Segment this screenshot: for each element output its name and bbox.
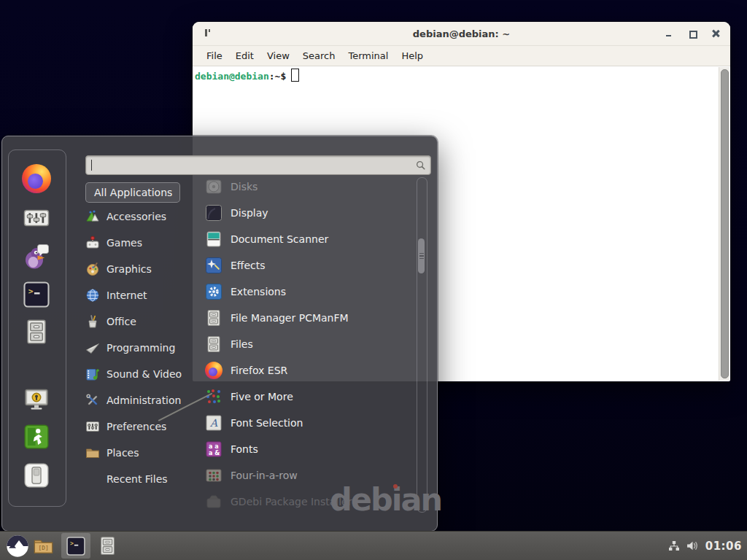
- category-internet[interactable]: Internet: [85, 282, 206, 308]
- app-label: Font Selection: [231, 417, 303, 429]
- search-box[interactable]: [85, 155, 431, 175]
- app-item-display[interactable]: Display: [205, 200, 414, 226]
- terminal-titlebar[interactable]: debian@debian: ~: [193, 22, 730, 46]
- app-item-document-scanner[interactable]: Document Scanner: [205, 226, 414, 252]
- search-input[interactable]: [86, 156, 415, 174]
- preferences-icon: [85, 419, 100, 434]
- prompt-user-host: debian@debian: [195, 71, 269, 82]
- taskbar-launcher-terminal[interactable]: >: [61, 533, 90, 559]
- shutdown-icon: [23, 462, 50, 489]
- window-title: debian@debian: ~: [413, 28, 510, 39]
- text-caret: [91, 160, 92, 171]
- category-recent-files[interactable]: Recent Files: [85, 466, 206, 492]
- favorite-files[interactable]: [22, 317, 51, 346]
- document-scanner-icon: [205, 230, 222, 248]
- app-label: Five or More: [231, 391, 293, 402]
- favorite-logout[interactable]: [22, 422, 51, 451]
- terminal-scrollbar-thumb[interactable]: [721, 69, 729, 378]
- five-or-more-icon: [205, 388, 222, 405]
- menubar-item-search[interactable]: Search: [296, 50, 342, 61]
- fonts-icon: a aa &: [205, 440, 222, 458]
- lock-screen-icon: [23, 386, 50, 413]
- taskbar-launcher-menu[interactable]: [6, 532, 29, 560]
- menu-scrollbar-thumb[interactable]: [418, 238, 425, 273]
- gdebi-icon: [205, 493, 222, 510]
- app-item-effects[interactable]: Effects: [205, 252, 414, 279]
- app-label: Fonts: [231, 443, 258, 455]
- app-menu: > All Applications AccessoriesGamesGraph…: [1, 136, 438, 532]
- font-selection-icon: A: [205, 414, 222, 432]
- svg-text:a &: a &: [209, 450, 220, 456]
- app-label: Disks: [231, 181, 258, 192]
- app-item-disks[interactable]: Disks: [205, 174, 414, 200]
- taskbar-launcher-file-manager[interactable]: [D]: [31, 532, 55, 560]
- favorite-shutdown[interactable]: [22, 461, 51, 490]
- volume-icon[interactable]: [686, 540, 699, 552]
- favorite-lock-screen[interactable]: [22, 385, 51, 414]
- file-manager-icon: [205, 309, 222, 327]
- category-label: Sound & Video: [107, 368, 182, 380]
- category-label: Recent Files: [107, 473, 168, 485]
- app-label: Extensions: [231, 286, 286, 298]
- menubar-item-view[interactable]: View: [260, 50, 296, 61]
- accessories-icon: [85, 209, 100, 224]
- extensions-icon: [205, 283, 222, 300]
- favorite-terminal[interactable]: >: [22, 280, 51, 309]
- category-list: AccessoriesGamesGraphicsInternetOfficePr…: [85, 203, 206, 492]
- category-all-applications[interactable]: All Applications: [85, 182, 180, 203]
- watermark-dot: [393, 484, 398, 489]
- category-label: Places: [107, 447, 139, 459]
- taskbar-launcher-files[interactable]: [95, 532, 120, 560]
- clock[interactable]: 01:06: [705, 540, 742, 553]
- network-icon[interactable]: [668, 540, 680, 552]
- category-preferences[interactable]: Preferences: [85, 413, 206, 440]
- desktop-watermark: debian: [330, 481, 441, 518]
- svg-text:A: A: [209, 417, 218, 429]
- category-graphics[interactable]: Graphics: [85, 256, 206, 282]
- terminal-scrollbar[interactable]: [719, 67, 729, 381]
- menubar-item-terminal[interactable]: Terminal: [341, 50, 395, 61]
- app-item-files[interactable]: Files: [205, 331, 414, 357]
- favorites-sidebar: >: [8, 149, 66, 507]
- app-label: Files: [231, 338, 253, 350]
- category-label: Administration: [107, 394, 181, 406]
- app-label: Effects: [231, 260, 266, 271]
- search-icon: [415, 160, 426, 171]
- application-list: DisksDisplayDocument ScannerEffectsExten…: [205, 174, 414, 515]
- sound-video-icon: [85, 367, 100, 381]
- graphics-icon: [85, 262, 100, 276]
- terminal-icon: >: [66, 537, 85, 556]
- settings-mixer-icon: [23, 205, 50, 231]
- menubar-item-edit[interactable]: Edit: [229, 50, 260, 61]
- app-item-firefox-esr[interactable]: Firefox ESR: [205, 357, 414, 384]
- app-item-fonts[interactable]: a aa &Fonts: [205, 436, 414, 462]
- menubar-item-file[interactable]: File: [200, 50, 229, 61]
- category-label: Programming: [107, 342, 175, 354]
- four-in-a-row-icon: [205, 467, 222, 484]
- category-games[interactable]: Games: [85, 230, 206, 256]
- favorite-settings[interactable]: [22, 203, 51, 233]
- menu-scrollbar[interactable]: [417, 177, 427, 513]
- favorite-firefox[interactable]: [22, 164, 51, 193]
- category-places[interactable]: Places: [85, 440, 206, 466]
- category-office[interactable]: Office: [85, 308, 206, 335]
- maximize-button[interactable]: [688, 29, 697, 38]
- close-button[interactable]: [711, 29, 720, 38]
- category-accessories[interactable]: Accessories: [85, 203, 206, 230]
- app-item-font-selection[interactable]: AFont Selection: [205, 410, 414, 436]
- category-sound-video[interactable]: Sound & Video: [85, 361, 206, 387]
- menu-logo-icon: [6, 534, 29, 558]
- file-manager-folder-icon: [D]: [33, 535, 54, 556]
- minimize-button[interactable]: [665, 29, 673, 38]
- app-item-file-manager-pcmanfm[interactable]: File Manager PCManFM: [205, 305, 414, 331]
- menubar-item-help[interactable]: Help: [395, 50, 430, 61]
- app-label: Firefox ESR: [231, 365, 287, 376]
- app-item-five-or-more[interactable]: Five or More: [205, 384, 414, 410]
- category-programming[interactable]: Programming: [85, 335, 206, 361]
- terminal-icon: >: [23, 281, 50, 308]
- app-item-extensions[interactable]: Extensions: [205, 279, 414, 305]
- category-label: Games: [107, 237, 142, 249]
- favorite-pidgin[interactable]: [22, 242, 51, 271]
- category-administration[interactable]: Administration: [85, 387, 206, 413]
- disks-icon: [205, 178, 222, 195]
